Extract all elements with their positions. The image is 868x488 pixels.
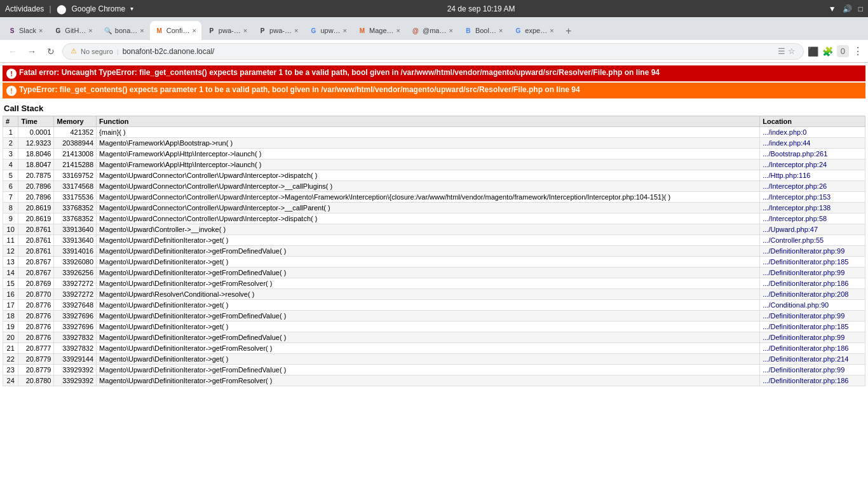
- col-memory: Memory: [54, 116, 97, 127]
- tab-favicon-4: M: [155, 26, 164, 35]
- row-location: .../DefinitionIterator.php:99: [760, 246, 865, 257]
- row-memory: 33927696: [54, 311, 97, 322]
- table-row: 1520.876933927272Magento\Upward\Definiti…: [3, 278, 865, 289]
- row-memory: 33913640: [54, 235, 97, 246]
- activities-label[interactable]: Actividades: [5, 4, 44, 13]
- row-memory: 33927832: [54, 343, 97, 354]
- tab-11[interactable]: Gexpe…×: [508, 21, 559, 40]
- tab-8[interactable]: MMage…×: [353, 21, 405, 40]
- insecure-icon: ⚠: [71, 47, 77, 55]
- row-function: Magento\Upward\DefinitionIterator->getFr…: [97, 246, 760, 257]
- table-row: 318.804621413008Magento\Framework\App\Ht…: [3, 149, 865, 159]
- row-location: .../DefinitionIterator.php:185: [760, 257, 865, 268]
- tab-close-8[interactable]: ×: [397, 27, 400, 34]
- tab-6[interactable]: Ppwa-…×: [253, 21, 303, 40]
- row-num: 14: [3, 268, 18, 278]
- profile-icon[interactable]: 0: [837, 45, 849, 57]
- back-button[interactable]: ←: [5, 44, 20, 59]
- tab-close-7[interactable]: ×: [343, 27, 347, 34]
- row-time: 20.8769: [18, 278, 54, 289]
- address-input[interactable]: ⚠ No seguro | bonafont-b2c.danone.local/…: [62, 43, 804, 60]
- new-tab-button[interactable]: +: [560, 22, 578, 40]
- tab-close-6[interactable]: ×: [294, 27, 298, 34]
- tab-favicon-5: P: [207, 26, 216, 35]
- tab-close-2[interactable]: ×: [88, 27, 92, 34]
- table-row: 2420.878033929392Magento\Upward\Definiti…: [3, 376, 865, 386]
- row-time: 20.8780: [18, 376, 54, 386]
- tab-5[interactable]: Ppwa-…×: [202, 21, 252, 40]
- row-num: 4: [3, 159, 18, 170]
- forward-button[interactable]: →: [24, 44, 39, 59]
- row-memory: 33169752: [54, 170, 97, 181]
- row-num: 1: [3, 127, 18, 138]
- row-location: .../DefinitionIterator.php:185: [760, 322, 865, 332]
- row-location: .../DefinitionIterator.php:208: [760, 289, 865, 300]
- tab-1[interactable]: SSlack×: [3, 21, 48, 40]
- table-row: 1920.877633927696Magento\Upward\Definiti…: [3, 322, 865, 332]
- row-memory: 33768352: [54, 203, 97, 214]
- row-memory: 33927832: [54, 332, 97, 343]
- table-row: 10.0001421352{main}( ).../index.php:0: [3, 127, 865, 138]
- tab-3[interactable]: 🔍bona…×: [98, 21, 149, 40]
- tab-label-11: expe…: [525, 27, 547, 34]
- tab-bar: SSlack×GGitH…×🔍bona…×MConfi…×Ppwa-…×Ppwa…: [0, 17, 868, 40]
- row-location: .../Interceptor.php:153: [760, 192, 865, 203]
- tab-close-3[interactable]: ×: [140, 27, 144, 34]
- os-bar-left: Actividades | ⬤ Google Chrome ▾: [5, 4, 133, 14]
- chrome-dropdown-icon[interactable]: ▾: [130, 5, 133, 12]
- table-row: 2120.877733927832Magento\Upward\Definiti…: [3, 343, 865, 354]
- chrome-label: Google Chrome: [72, 4, 126, 13]
- tab-close-10[interactable]: ×: [499, 27, 503, 34]
- tab-close-5[interactable]: ×: [243, 27, 247, 34]
- tab-2[interactable]: GGitH…×: [48, 21, 97, 40]
- table-row: 418.804721415288Magento\Framework\App\Ht…: [3, 159, 865, 170]
- tab-4[interactable]: MConfi…×: [150, 21, 201, 40]
- tab-favicon-7: G: [309, 26, 318, 35]
- row-num: 23: [3, 365, 18, 376]
- url-text: bonafont-b2c.danone.local/: [123, 47, 771, 56]
- table-row: 2220.877933929144Magento\Upward\Definiti…: [3, 354, 865, 365]
- address-bar: ← → ↻ ⚠ No seguro | bonafont-b2c.danone.…: [0, 40, 868, 63]
- row-function: Magento\Upward\DefinitionIterator->getFr…: [97, 268, 760, 278]
- reload-button[interactable]: ↻: [43, 44, 58, 59]
- row-num: 5: [3, 170, 18, 181]
- page-content: ! Fatal error: Uncaught TypeError: file_…: [0, 63, 868, 488]
- row-location: .../Http.php:116: [760, 170, 865, 181]
- row-memory: 33926256: [54, 268, 97, 278]
- bookmark-icon[interactable]: ☆: [788, 46, 796, 56]
- row-time: 20.8777: [18, 343, 54, 354]
- tab-10[interactable]: BBool…×: [459, 21, 508, 40]
- cast-icon[interactable]: ⬛: [808, 46, 818, 57]
- row-function: Magento\Upward\DefinitionIterator->get( …: [97, 354, 760, 365]
- row-time: 20.7875: [18, 170, 54, 181]
- row-function: Magento\Upward\DefinitionIterator->getFr…: [97, 278, 760, 289]
- row-location: .../index.php:0: [760, 127, 865, 138]
- row-num: 18: [3, 311, 18, 322]
- row-num: 19: [3, 322, 18, 332]
- row-num: 12: [3, 246, 18, 257]
- col-function: Function: [97, 116, 760, 127]
- tab-close-1[interactable]: ×: [39, 27, 43, 34]
- row-num: 17: [3, 300, 18, 311]
- tab-9[interactable]: @@ma…×: [406, 21, 458, 40]
- os-bar: Actividades | ⬤ Google Chrome ▾ 24 de se…: [0, 0, 868, 17]
- row-memory: 33927696: [54, 322, 97, 332]
- tab-close-11[interactable]: ×: [550, 27, 553, 34]
- row-time: 20.8761: [18, 235, 54, 246]
- extensions-icon[interactable]: 🧩: [822, 46, 833, 57]
- reader-icon[interactable]: ☰: [778, 46, 785, 56]
- tab-favicon-11: G: [513, 26, 522, 35]
- volume-icon: 🔊: [843, 4, 852, 13]
- row-location: .../DefinitionIterator.php:214: [760, 354, 865, 365]
- row-function: {main}( ): [97, 127, 760, 138]
- row-time: 20.8767: [18, 268, 54, 278]
- tab-favicon-10: B: [464, 26, 473, 35]
- tab-favicon-3: 🔍: [104, 26, 112, 35]
- row-num: 3: [3, 149, 18, 159]
- tab-7[interactable]: Gupw…×: [304, 21, 352, 40]
- row-time: 20.8779: [18, 354, 54, 365]
- tab-close-9[interactable]: ×: [449, 27, 452, 34]
- menu-icon[interactable]: ⋮: [853, 45, 863, 57]
- tab-close-4[interactable]: ×: [192, 27, 196, 34]
- row-num: 21: [3, 343, 18, 354]
